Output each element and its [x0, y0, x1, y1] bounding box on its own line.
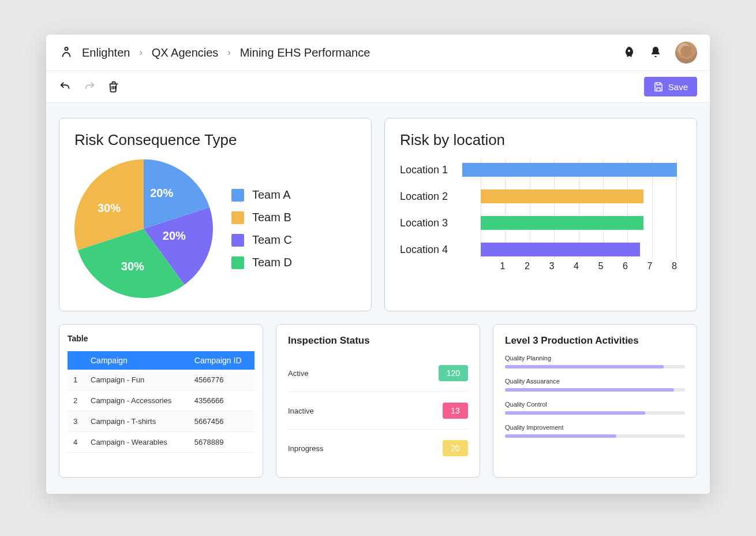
legend-label: Team C — [252, 233, 292, 247]
undo-icon[interactable] — [59, 80, 72, 93]
row-2: Table Campaign Campaign ID 1Campaign - F… — [59, 324, 697, 478]
chevron-right-icon: › — [139, 47, 142, 58]
bar-fill — [462, 163, 677, 177]
inspection-label: Active — [288, 369, 308, 378]
bar-label: Location 1 — [400, 164, 462, 176]
progress-fill — [505, 434, 616, 438]
production-label: Quality Control — [505, 401, 685, 408]
bar-label: Location 3 — [400, 217, 481, 229]
cell-index: 4 — [68, 432, 85, 453]
panel-title: Level 3 Production Activities — [505, 335, 685, 347]
app-logo-icon — [59, 45, 74, 60]
tick: 4 — [555, 261, 579, 275]
cell-campaign: Campaign - Accessories — [85, 390, 189, 411]
bell-icon[interactable] — [649, 46, 663, 59]
toolbar: Save — [46, 71, 710, 103]
cell-campaign: Campaign - T-shirts — [85, 411, 189, 432]
table-row[interactable]: 3Campaign - T-shirts5667456 — [68, 411, 255, 432]
pie-label-d: 30% — [121, 259, 144, 273]
cell-id: 4356666 — [189, 390, 255, 411]
col-header — [68, 351, 85, 370]
bar-row: Location 3 — [400, 216, 677, 230]
cell-index: 3 — [68, 411, 85, 432]
pie-wrap: 20% 30% 20% 30% Team A Team B — [74, 159, 356, 298]
breadcrumb-root[interactable]: Enlighten — [82, 46, 130, 59]
progress-fill — [505, 365, 664, 368]
table-row[interactable]: 4Campaign - Wearables5678889 — [68, 432, 255, 453]
save-button[interactable]: Save — [644, 77, 697, 96]
progress-bar — [505, 365, 685, 368]
tick: 1 — [481, 261, 506, 275]
pie-legend: Team A Team B Team C Team D — [231, 188, 292, 269]
breadcrumb-level1[interactable]: QX Agencies — [152, 46, 219, 59]
panel-title: Inspection Status — [288, 335, 468, 347]
inspection-row: Inactive13 — [288, 392, 468, 430]
panel-title: Risk Consequence Type — [74, 131, 356, 149]
avatar[interactable] — [675, 42, 697, 64]
cell-campaign: Campaign - Wearables — [85, 432, 189, 453]
production-item: Quality Control — [505, 401, 685, 415]
pie-label-b: 30% — [98, 202, 121, 215]
table-row[interactable]: 2Campaign - Accessories4356666 — [68, 390, 255, 411]
legend-label: Team A — [252, 188, 291, 202]
panel-inspection: Inspection Status Active120Inactive13Inp… — [276, 324, 480, 478]
cell-index: 1 — [68, 370, 85, 390]
progress-bar — [505, 411, 685, 415]
tick: 6 — [604, 261, 628, 275]
cell-id: 5667456 — [189, 411, 255, 432]
inspection-badge: 20 — [443, 440, 468, 456]
col-header: Campaign — [85, 351, 189, 370]
panel-table: Table Campaign Campaign ID 1Campaign - F… — [59, 324, 263, 478]
cell-id: 5678889 — [189, 432, 255, 453]
trash-icon[interactable] — [107, 80, 120, 93]
save-icon — [653, 81, 664, 92]
pie-label-a: 20% — [150, 186, 173, 199]
app-frame: Enlighten › QX Agencies › Mining EHS Per… — [46, 35, 710, 494]
bar-fill — [481, 189, 643, 203]
bar-row: Location 1 — [400, 163, 677, 177]
panel-risk-consequence: Risk Consequence Type 20% 30% 20% — [59, 118, 372, 311]
tick: 8 — [653, 261, 678, 275]
cell-campaign: Campaign - Fun — [85, 370, 189, 390]
production-label: Quality Planning — [505, 355, 685, 362]
tick: 2 — [506, 261, 530, 275]
progress-fill — [505, 411, 645, 415]
legend-label: Team B — [252, 211, 291, 224]
progress-bar — [505, 434, 685, 438]
breadcrumb-level2[interactable]: Mining EHS Performance — [240, 46, 370, 59]
table-header-row: Campaign Campaign ID — [68, 351, 255, 370]
cell-index: 2 — [68, 390, 85, 411]
bar-row: Location 4 — [400, 243, 677, 256]
legend-item: Team B — [231, 211, 292, 224]
production-label: Quality Assuarance — [505, 378, 685, 385]
legend-swatch — [231, 211, 244, 224]
pie-chart: 20% 30% 20% 30% — [74, 159, 213, 298]
legend-item: Team C — [231, 233, 292, 247]
progress-fill — [505, 388, 674, 392]
bar-chart: Location 1 Location 2 Location 3 Locatio… — [400, 159, 682, 275]
tick: 5 — [579, 261, 604, 275]
save-button-label: Save — [668, 82, 688, 92]
inspection-badge: 13 — [443, 403, 468, 419]
bar-label: Location 2 — [400, 191, 481, 203]
topbar-right — [622, 42, 697, 64]
progress-bar — [505, 388, 685, 392]
production-item: Quality Assuarance — [505, 378, 685, 392]
inspection-label: Inactive — [288, 407, 314, 415]
cell-id: 4566776 — [189, 370, 255, 390]
legend-swatch — [231, 234, 244, 247]
chevron-right-icon: › — [227, 47, 230, 58]
table-row[interactable]: 1Campaign - Fun4566776 — [68, 370, 255, 390]
col-header: Campaign ID — [189, 351, 255, 370]
panel-production: Level 3 Production Activities Quality Pl… — [493, 324, 697, 478]
inspection-row: Active120 — [288, 355, 468, 392]
inspection-badge: 120 — [439, 365, 468, 381]
campaign-table: Campaign Campaign ID 1Campaign - Fun4566… — [68, 351, 255, 453]
tick: 3 — [530, 261, 555, 275]
bar-fill — [481, 216, 643, 230]
redo-icon — [83, 80, 96, 93]
breadcrumb: Enlighten › QX Agencies › Mining EHS Per… — [82, 46, 370, 59]
bar-fill — [481, 243, 640, 256]
rocket-icon[interactable] — [622, 46, 636, 59]
topbar: Enlighten › QX Agencies › Mining EHS Per… — [46, 35, 710, 71]
